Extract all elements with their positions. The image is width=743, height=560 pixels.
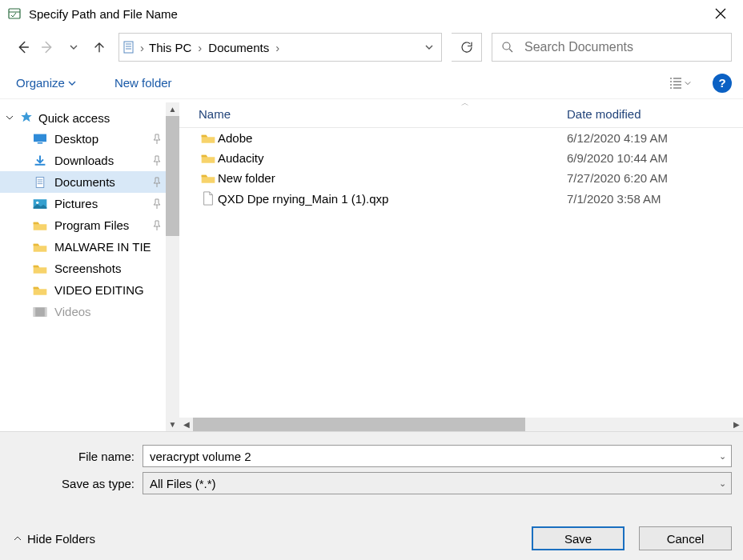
chevron-down-icon[interactable]: ⌄ [719,451,726,462]
horizontal-scrollbar[interactable]: ◀ ▶ [179,418,743,431]
new-folder-button[interactable]: New folder [110,73,177,93]
search-input[interactable] [492,33,732,62]
scroll-down-icon[interactable]: ▼ [166,418,179,431]
scroll-left-icon[interactable]: ◀ [179,420,193,429]
recent-locations-button[interactable] [62,36,85,58]
svg-point-7 [36,201,38,203]
app-icon [6,6,22,22]
folder-icon [32,262,48,275]
document-icon [32,176,48,189]
tree-item-label: VIDEO EDITING [54,283,144,297]
file-row[interactable]: QXD Dpe rnying_Main 1 (1).qxp7/1/2020 3:… [179,188,743,209]
filename-input[interactable]: veracrypt volume 2 ⌄ [143,445,732,467]
pin-icon [152,220,162,231]
column-header-date[interactable]: Date modified [567,107,743,121]
svg-rect-5 [36,177,44,187]
refresh-button[interactable] [452,33,482,62]
file-date: 7/27/2020 6:20 AM [567,171,743,185]
folder-icon [32,284,48,297]
tree-item[interactable]: MALWARE IN TIE [0,236,179,258]
tree-item-label: Pictures [54,197,98,210]
save-button[interactable]: Save [532,526,625,550]
tree-item[interactable]: Pictures [0,193,179,214]
organize-menu[interactable]: Organize [11,73,81,93]
file-row[interactable]: New folder7/27/2020 6:20 AM [179,168,743,188]
pin-icon [152,177,162,188]
breadcrumb-this-pc[interactable]: This PC [146,39,195,56]
chevron-right-icon[interactable]: › [274,41,281,54]
file-date: 7/1/2020 3:58 AM [567,192,743,206]
pictures-icon [32,198,48,210]
search-icon [500,40,515,54]
download-icon [32,154,48,167]
sort-asc-icon: ︿ [461,98,469,109]
file-row[interactable]: Adobe6/12/2020 4:19 AM [179,128,743,148]
tree-item[interactable]: Screenshots [0,258,179,279]
filetype-select[interactable]: All Files (*.*) ⌄ [143,472,732,494]
scroll-thumb[interactable] [193,418,525,431]
svg-rect-10 [45,307,47,317]
pin-icon [152,198,162,210]
svg-point-2 [503,42,510,50]
tree-item-label: MALWARE IN TIE [54,240,151,254]
svg-rect-0 [9,9,20,18]
search-field[interactable] [523,39,723,55]
view-options-button[interactable] [661,76,698,90]
close-button[interactable] [705,2,737,26]
tree-item[interactable]: Desktop [0,128,179,150]
filetype-label: Save as type: [11,477,143,490]
svg-rect-1 [124,42,133,53]
svg-rect-4 [38,142,42,144]
folder-icon [199,152,218,165]
tree-item-label: Downloads [54,154,114,167]
folder-icon [199,132,218,145]
monitor-icon [32,133,48,146]
quick-access-header[interactable]: Quick access [0,107,179,128]
tree-item[interactable]: Program Files [0,214,179,236]
up-button[interactable] [88,36,110,58]
address-dropdown[interactable] [417,42,441,52]
svg-rect-9 [34,307,36,317]
help-button[interactable]: ? [713,74,732,93]
scroll-right-icon[interactable]: ▶ [729,420,743,429]
tree-item[interactable]: Downloads [0,150,179,171]
video-icon [32,306,48,318]
folder-icon [199,172,218,185]
folder-icon [32,241,48,254]
scroll-thumb[interactable] [166,116,179,236]
hide-folders-toggle[interactable]: Hide Folders [11,532,532,546]
star-icon [19,110,34,125]
tree-item[interactable]: Documents [0,171,179,193]
tree-item[interactable]: Videos [0,301,179,322]
forward-button[interactable] [37,36,59,58]
breadcrumb-documents[interactable]: Documents [205,39,272,56]
file-name: New folder [218,171,567,185]
cancel-button[interactable]: Cancel [639,526,732,550]
file-name: QXD Dpe rnying_Main 1 (1).qxp [218,192,567,206]
chevron-right-icon[interactable]: › [196,41,203,54]
folder-icon [32,219,48,232]
file-date: 6/9/2020 10:44 AM [567,151,743,165]
chevron-down-icon[interactable]: ⌄ [719,478,726,489]
tree-item-label: Screenshots [54,262,121,275]
chevron-right-icon[interactable]: › [139,41,146,54]
tree-scrollbar[interactable]: ▲ ▼ [166,102,179,431]
pin-icon [152,134,162,145]
pin-icon [152,155,162,166]
location-icon [119,40,139,54]
file-list[interactable]: Adobe6/12/2020 4:19 AMAudacity6/9/2020 1… [179,128,743,418]
tree-item-label: Program Files [54,218,129,232]
window-title: Specify Path and File Name [29,7,705,21]
address-bar[interactable]: › This PC › Documents › [118,33,442,62]
chevron-up-icon [13,534,22,543]
scroll-up-icon[interactable]: ▲ [166,102,179,116]
tree-item-label: Documents [54,175,115,189]
file-date: 6/12/2020 4:19 AM [567,131,743,145]
column-header-name[interactable]: ︿ Name [199,107,567,121]
navigation-tree[interactable]: Quick access DesktopDownloadsDocumentsPi… [0,99,179,431]
chevron-down-icon [5,113,14,122]
tree-item-label: Videos [54,305,91,318]
back-button[interactable] [11,36,34,58]
tree-item[interactable]: VIDEO EDITING [0,279,179,301]
file-row[interactable]: Audacity6/9/2020 10:44 AM [179,148,743,168]
